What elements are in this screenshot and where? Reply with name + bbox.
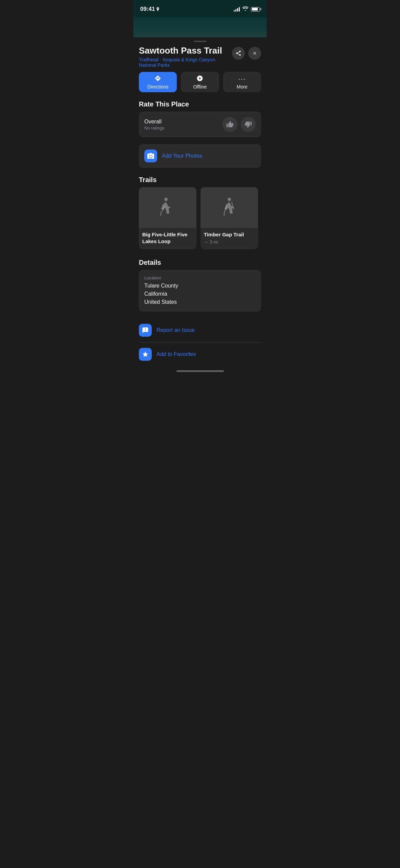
add-photos-section: Add Your Photos: [133, 144, 267, 175]
action-buttons: Directions Offline ··· More: [133, 72, 267, 99]
signal-bar-2: [235, 9, 236, 12]
drag-handle: [194, 41, 207, 42]
star-icon: [142, 351, 149, 358]
more-label: More: [237, 84, 248, 90]
trails-section-title: Trails: [133, 175, 267, 187]
place-title: Sawtooth Pass Trail: [139, 45, 232, 56]
signal-bar-3: [237, 8, 238, 12]
trail-name-1: Big Five-Little Five Lakes Loop: [142, 231, 193, 244]
rate-card: Overall No ratings: [139, 112, 261, 137]
location-label: Location: [144, 275, 256, 280]
trail-distance-value: 3 mi: [210, 239, 218, 244]
details-section: Details Location Tulare County Californi…: [133, 257, 267, 318]
bottom-sheet: Sawtooth Pass Trail Trailhead · Sequoia …: [133, 37, 267, 868]
svg-point-0: [164, 198, 168, 201]
directions-icon: [154, 75, 161, 83]
more-icon: ···: [238, 75, 246, 83]
location-line2: California: [144, 291, 167, 297]
svg-point-2: [228, 198, 231, 201]
share-icon: [235, 50, 241, 56]
rate-section-title: Rate This Place: [139, 99, 261, 112]
location-line3: United States: [144, 299, 177, 305]
rate-buttons: [223, 117, 256, 132]
battery-icon: [251, 7, 260, 12]
hiker-icon-2: [221, 197, 238, 218]
wifi-icon: [243, 6, 248, 12]
camera-icon: [147, 153, 154, 159]
header-buttons: [232, 47, 261, 60]
hiker-icon-1: [159, 197, 176, 218]
report-icon: [142, 327, 149, 334]
drag-handle-container: [133, 37, 267, 44]
add-photos-card[interactable]: Add Your Photos: [139, 144, 261, 168]
offline-icon: [196, 75, 203, 83]
rate-count: No ratings: [144, 125, 164, 131]
details-card: Location Tulare County California United…: [139, 270, 261, 312]
home-indicator: [133, 366, 267, 375]
trail-card-1[interactable]: Big Five-Little Five Lakes Loop: [139, 187, 196, 249]
camera-icon-wrap: [144, 150, 157, 162]
trails-list: Big Five-Little Five Lakes Loop: [133, 187, 267, 257]
trail-distance-2: ↔ 3 mi: [204, 239, 255, 244]
signal-bar-4: [239, 7, 240, 12]
more-button[interactable]: ··· More: [223, 72, 261, 92]
details-section-title: Details: [133, 257, 267, 270]
add-favorites-item[interactable]: Add to Favorites: [139, 342, 261, 366]
bottom-actions: Report an Issue Add to Favorites: [133, 318, 267, 366]
close-button[interactable]: [248, 47, 261, 60]
rate-overall-label: Overall: [144, 119, 164, 125]
thumbs-down-button[interactable]: [241, 117, 256, 132]
status-bar: 09:41: [133, 0, 267, 17]
rate-left: Overall No ratings: [144, 119, 164, 131]
subtitle-type: Trailhead: [139, 57, 159, 62]
close-icon: [252, 51, 257, 56]
trail-info-1: Big Five-Little Five Lakes Loop: [139, 228, 196, 249]
thumbs-up-icon: [226, 121, 234, 128]
subtitle-separator: ·: [160, 57, 161, 62]
signal-bar-1: [234, 10, 235, 12]
trail-card-2[interactable]: Timber Gap Trail ↔ 3 mi: [201, 187, 258, 249]
share-button[interactable]: [232, 47, 245, 60]
directions-button[interactable]: Directions: [139, 72, 177, 92]
location-icon: [156, 7, 160, 11]
rate-section: Rate This Place Overall No ratings: [133, 99, 267, 144]
directions-label: Directions: [147, 84, 168, 90]
report-issue-label: Report an Issue: [156, 327, 195, 333]
location-value: Tulare County California United States: [144, 282, 256, 306]
offline-label: Offline: [193, 84, 207, 90]
place-subtitle: Trailhead · Sequoia & Kings Canyon Natio…: [139, 57, 232, 68]
report-icon-wrap: [139, 324, 152, 337]
map-background: [133, 17, 267, 37]
header-left: Sawtooth Pass Trail Trailhead · Sequoia …: [139, 45, 232, 68]
trails-section: Trails Big Five-Little Five Lakes Loop: [133, 175, 267, 257]
location-line1: Tulare County: [144, 283, 178, 289]
trail-info-2: Timber Gap Trail ↔ 3 mi: [201, 228, 258, 249]
bidirectional-icon: ↔: [204, 239, 208, 244]
trail-thumb-1: [139, 187, 196, 228]
report-issue-item[interactable]: Report an Issue: [139, 318, 261, 342]
trails-scroll: Big Five-Little Five Lakes Loop: [139, 187, 261, 251]
status-time: 09:41: [140, 6, 160, 13]
signal-bars: [234, 7, 240, 12]
add-photos-label: Add Your Photos: [162, 153, 202, 159]
add-favorites-label: Add to Favorites: [156, 351, 196, 357]
thumbs-up-button[interactable]: [223, 117, 237, 132]
home-indicator-bar: [176, 370, 224, 372]
favorites-icon-wrap: [139, 348, 152, 361]
offline-button[interactable]: Offline: [181, 72, 219, 92]
status-right: [234, 6, 260, 12]
sheet-header: Sawtooth Pass Trail Trailhead · Sequoia …: [133, 44, 267, 72]
trail-thumb-2: [201, 187, 258, 228]
trail-name-2: Timber Gap Trail: [204, 231, 255, 238]
thumbs-down-icon: [245, 121, 252, 128]
details-content: Location Tulare County California United…: [133, 270, 267, 318]
